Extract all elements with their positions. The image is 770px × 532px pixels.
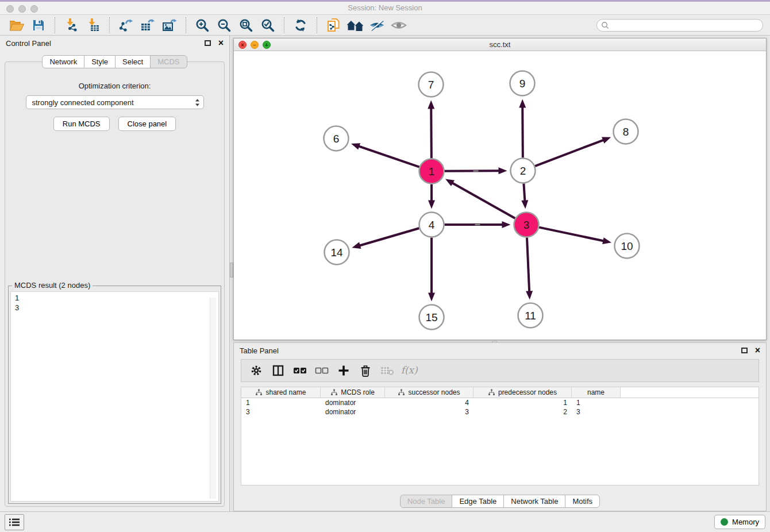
- graph-node-3[interactable]: 3: [514, 213, 539, 237]
- column-header-predecessor-nodes[interactable]: predecessor nodes: [473, 387, 572, 398]
- close-table-panel-icon[interactable]: ×: [755, 346, 760, 354]
- control-panel-title: Control Panel: [6, 39, 51, 48]
- tab-network[interactable]: Network: [42, 55, 84, 68]
- graph-node-10[interactable]: 10: [615, 234, 640, 259]
- table-cell[interactable]: 1: [572, 399, 621, 407]
- maximize-view-button[interactable]: +: [263, 41, 271, 49]
- graph-edge-2-8[interactable]: [535, 137, 611, 166]
- graph-node-9[interactable]: 9: [510, 71, 535, 96]
- new-network-from-selection-icon[interactable]: [322, 17, 344, 34]
- column-tree-icon: [255, 389, 263, 396]
- table-body: 1dominator4113dominator323: [241, 398, 759, 417]
- tab-select[interactable]: Select: [115, 55, 151, 68]
- column-header-shared-name[interactable]: shared name: [241, 387, 321, 398]
- graph-edge-2-3[interactable]: [521, 183, 528, 209]
- task-history-button[interactable]: [5, 514, 24, 530]
- graph-edge-3-1[interactable]: [445, 179, 515, 218]
- table-row[interactable]: 3dominator323: [241, 407, 759, 417]
- float-panel-icon[interactable]: [205, 40, 211, 46]
- graph-node-8[interactable]: 8: [614, 119, 638, 144]
- export-image-icon[interactable]: [159, 17, 180, 34]
- first-neighbors-icon[interactable]: [344, 17, 366, 34]
- node-table: shared nameMCDS rolesuccessor nodesprede…: [241, 387, 759, 485]
- table-cell[interactable]: 3: [385, 408, 473, 416]
- result-scrollbar[interactable]: [210, 298, 216, 499]
- mcds-result-node[interactable]: 3: [15, 303, 214, 313]
- add-row-icon[interactable]: [334, 362, 353, 379]
- search-input[interactable]: [596, 19, 763, 32]
- zoom-window-button[interactable]: [30, 5, 38, 13]
- zoom-fit-icon[interactable]: [235, 17, 257, 34]
- table-cell[interactable]: 3: [572, 408, 621, 416]
- graph-node-6[interactable]: 6: [324, 126, 349, 151]
- tab-node-table[interactable]: Node Table: [400, 495, 453, 508]
- graph-edge-1-7[interactable]: [428, 100, 434, 158]
- close-panel-icon[interactable]: ×: [218, 39, 224, 47]
- graph-edge-1-4[interactable]: [428, 184, 435, 209]
- export-network-icon[interactable]: [115, 17, 137, 34]
- zoom-selected-icon[interactable]: [257, 17, 279, 34]
- show-all-icon[interactable]: [388, 17, 410, 34]
- graph-edge-1-6[interactable]: [351, 143, 419, 167]
- open-session-icon[interactable]: [6, 17, 28, 34]
- table-cell[interactable]: 1: [241, 399, 321, 407]
- criterion-dropdown[interactable]: strongly connected component: [26, 95, 204, 109]
- deselect-all-rows-icon[interactable]: [313, 362, 331, 379]
- window-controls[interactable]: [6, 5, 38, 13]
- import-table-icon[interactable]: [82, 17, 104, 34]
- memory-button[interactable]: Memory: [714, 515, 765, 529]
- close-panel-button[interactable]: Close panel: [118, 117, 176, 131]
- table-settings-gear-icon[interactable]: [247, 362, 265, 379]
- graph-edge-3-11[interactable]: [526, 237, 533, 299]
- graph-node-11[interactable]: 11: [518, 303, 543, 328]
- zoom-in-icon[interactable]: [191, 17, 213, 34]
- tab-motifs[interactable]: Motifs: [565, 495, 600, 508]
- mcds-result-node[interactable]: 1: [15, 293, 214, 303]
- minimize-view-button[interactable]: −: [251, 41, 259, 49]
- graph-node-2[interactable]: 2: [511, 159, 536, 183]
- graph-edge-3-10[interactable]: [539, 228, 611, 244]
- minimize-window-button[interactable]: [18, 5, 26, 13]
- tab-mcds[interactable]: MCDS: [150, 55, 187, 68]
- graph-edge-4-14[interactable]: [352, 228, 419, 249]
- run-mcds-button[interactable]: Run MCDS: [53, 117, 110, 131]
- zoom-out-icon[interactable]: [213, 17, 235, 34]
- hide-selection-icon[interactable]: [366, 17, 388, 34]
- tab-edge-table[interactable]: Edge Table: [452, 495, 504, 508]
- delete-rows-icon[interactable]: [356, 362, 375, 379]
- tab-network-table[interactable]: Network Table: [503, 495, 565, 508]
- graph-edge-2-9[interactable]: [519, 99, 526, 157]
- column-header-MCDS-role[interactable]: MCDS role: [321, 387, 385, 398]
- column-header-name[interactable]: name: [572, 387, 621, 398]
- table-cell[interactable]: 2: [473, 408, 572, 416]
- table-cell[interactable]: 1: [473, 399, 572, 407]
- refresh-layout-icon[interactable]: [290, 17, 311, 34]
- table-cell[interactable]: dominator: [321, 399, 385, 407]
- float-table-panel-icon[interactable]: [741, 348, 748, 353]
- close-window-button[interactable]: [6, 5, 14, 13]
- tab-style[interactable]: Style: [84, 55, 116, 68]
- graph-edge-4-15[interactable]: [428, 238, 435, 302]
- network-canvas[interactable]: 1234678910111415: [234, 51, 766, 340]
- close-view-button[interactable]: ×: [238, 41, 247, 49]
- svg-text:8: 8: [623, 126, 629, 138]
- graph-node-15[interactable]: 15: [419, 305, 444, 330]
- table-row[interactable]: 1dominator411: [241, 398, 759, 407]
- select-all-rows-icon[interactable]: [291, 362, 309, 379]
- network-window-titlebar[interactable]: × − + scc.txt: [234, 38, 766, 51]
- graph-edge-4-3[interactable]: [445, 221, 511, 228]
- show-columns-icon[interactable]: [269, 362, 287, 379]
- graph-node-14[interactable]: 14: [325, 240, 349, 265]
- table-cell[interactable]: dominator: [321, 408, 385, 416]
- mcds-result-list[interactable]: 13: [10, 291, 219, 502]
- graph-node-1[interactable]: 1: [419, 159, 444, 184]
- save-session-icon[interactable]: [28, 17, 49, 34]
- column-header-successor-nodes[interactable]: successor nodes: [385, 387, 473, 398]
- graph-edge-1-2[interactable]: [444, 167, 507, 174]
- graph-node-7[interactable]: 7: [419, 72, 444, 97]
- export-table-icon[interactable]: [137, 17, 159, 34]
- table-cell[interactable]: 3: [241, 408, 321, 416]
- graph-node-4[interactable]: 4: [419, 213, 444, 237]
- table-cell[interactable]: 4: [385, 399, 473, 407]
- import-network-icon[interactable]: [60, 17, 82, 34]
